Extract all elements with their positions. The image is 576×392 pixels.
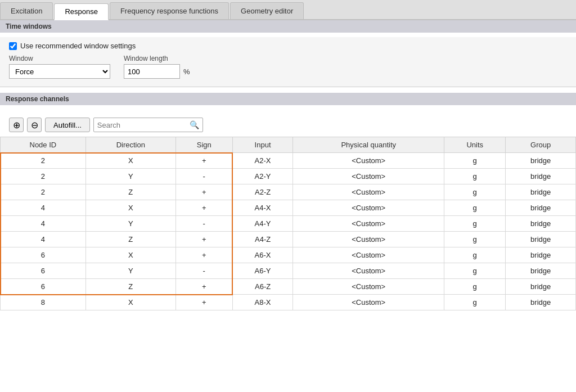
recommended-settings-checkbox[interactable] bbox=[9, 42, 17, 50]
add-channel-button[interactable]: ⊕ bbox=[9, 118, 24, 132]
search-box: 🔍 bbox=[93, 118, 203, 132]
cell-sign: + bbox=[176, 184, 232, 200]
cell-units: g bbox=[444, 200, 506, 216]
cell-group: bridge bbox=[506, 169, 576, 184]
response-channels-section: ⊕ ⊖ Autofill... 🔍 Node ID Direction bbox=[0, 110, 576, 310]
cell-sign: + bbox=[176, 279, 232, 295]
cell-group: bridge bbox=[506, 279, 576, 295]
table-row[interactable]: 4X+A4-X<Custom>gbridge bbox=[1, 200, 576, 216]
cell-input: A6-Y bbox=[232, 263, 293, 279]
cell-physical-quantity: <Custom> bbox=[293, 153, 444, 169]
cell-direction: X bbox=[86, 247, 176, 263]
tab-excitation[interactable]: Excitation bbox=[0, 2, 53, 19]
cell-node-id: 4 bbox=[1, 216, 86, 232]
window-row: Window Force ForceExponentialFlat topHan… bbox=[9, 55, 567, 79]
recommended-settings-row: Use recommended window settings bbox=[9, 42, 567, 50]
table-header-row: Node ID Direction Sign Input Physical qu… bbox=[1, 137, 576, 153]
table-body: 2X+A2-X<Custom>gbridge2Y-A2-Y<Custom>gbr… bbox=[1, 153, 576, 310]
window-col: Window Force ForceExponentialFlat topHan… bbox=[9, 55, 110, 79]
search-input[interactable] bbox=[97, 121, 187, 129]
table-row[interactable]: 2X+A2-X<Custom>gbridge bbox=[1, 153, 576, 169]
cell-units: g bbox=[444, 169, 506, 184]
cell-group: bridge bbox=[506, 184, 576, 200]
cell-group: bridge bbox=[506, 263, 576, 279]
cell-units: g bbox=[444, 184, 506, 200]
cell-node-id: 4 bbox=[1, 232, 86, 247]
search-icon: 🔍 bbox=[190, 120, 199, 129]
cell-sign: + bbox=[176, 200, 232, 216]
add-icon: ⊕ bbox=[13, 120, 20, 130]
tab-geometry[interactable]: Geometry editor bbox=[230, 2, 304, 19]
table-row[interactable]: 2Z+A2-Z<Custom>gbridge bbox=[1, 184, 576, 200]
table-row[interactable]: 4Z+A4-Z<Custom>gbridge bbox=[1, 232, 576, 247]
cell-units: g bbox=[444, 263, 506, 279]
cell-node-id: 2 bbox=[1, 169, 86, 184]
cell-physical-quantity: <Custom> bbox=[293, 295, 444, 310]
cell-group: bridge bbox=[506, 247, 576, 263]
time-windows-section: Use recommended window settings Window F… bbox=[0, 37, 576, 87]
cell-physical-quantity: <Custom> bbox=[293, 263, 444, 279]
autofill-button[interactable]: Autofill... bbox=[45, 118, 90, 132]
cell-physical-quantity: <Custom> bbox=[293, 169, 444, 184]
col-sign: Sign bbox=[176, 137, 232, 153]
cell-physical-quantity: <Custom> bbox=[293, 184, 444, 200]
cell-sign: + bbox=[176, 153, 232, 169]
cell-sign: - bbox=[176, 169, 232, 184]
cell-units: g bbox=[444, 295, 506, 310]
cell-sign: + bbox=[176, 232, 232, 247]
cell-sign: - bbox=[176, 216, 232, 232]
tab-response[interactable]: Response bbox=[54, 3, 109, 20]
channels-table: Node ID Direction Sign Input Physical qu… bbox=[0, 137, 576, 310]
cell-group: bridge bbox=[506, 153, 576, 169]
cell-group: bridge bbox=[506, 200, 576, 216]
cell-physical-quantity: <Custom> bbox=[293, 247, 444, 263]
window-select[interactable]: Force ForceExponentialFlat topHanning bbox=[9, 64, 110, 79]
cell-input: A4-Y bbox=[232, 216, 293, 232]
cell-direction: Y bbox=[86, 216, 176, 232]
cell-sign: - bbox=[176, 263, 232, 279]
col-physical-quantity: Physical quantity bbox=[293, 137, 444, 153]
tab-frf[interactable]: Frequency response functions bbox=[110, 2, 229, 19]
cell-node-id: 2 bbox=[1, 184, 86, 200]
table-row[interactable]: 6X+A6-X<Custom>gbridge bbox=[1, 247, 576, 263]
table-row[interactable]: 6Z+A6-Z<Custom>gbridge bbox=[1, 279, 576, 295]
cell-direction: Y bbox=[86, 263, 176, 279]
window-length-row: % bbox=[124, 64, 190, 79]
cell-physical-quantity: <Custom> bbox=[293, 279, 444, 295]
table-row[interactable]: 6Y-A6-Y<Custom>gbridge bbox=[1, 263, 576, 279]
cell-direction: X bbox=[86, 200, 176, 216]
cell-physical-quantity: <Custom> bbox=[293, 232, 444, 247]
cell-input: A2-X bbox=[232, 153, 293, 169]
cell-group: bridge bbox=[506, 232, 576, 247]
cell-direction: X bbox=[86, 295, 176, 310]
response-channels-header: Response channels bbox=[0, 93, 576, 105]
col-node-id: Node ID bbox=[1, 137, 86, 153]
cell-direction: X bbox=[86, 153, 176, 169]
cell-group: bridge bbox=[506, 216, 576, 232]
cell-sign: + bbox=[176, 247, 232, 263]
cell-node-id: 2 bbox=[1, 153, 86, 169]
remove-icon: ⊖ bbox=[31, 120, 38, 130]
toolbar-row: ⊕ ⊖ Autofill... 🔍 bbox=[0, 114, 576, 137]
table-row[interactable]: 4Y-A4-Y<Custom>gbridge bbox=[1, 216, 576, 232]
cell-direction: Y bbox=[86, 169, 176, 184]
cell-node-id: 6 bbox=[1, 279, 86, 295]
cell-input: A6-Z bbox=[232, 279, 293, 295]
col-group: Group bbox=[506, 137, 576, 153]
window-length-input[interactable] bbox=[124, 64, 180, 79]
cell-input: A8-X bbox=[232, 295, 293, 310]
col-direction: Direction bbox=[86, 137, 176, 153]
cell-node-id: 6 bbox=[1, 263, 86, 279]
cell-physical-quantity: <Custom> bbox=[293, 200, 444, 216]
window-length-label: Window length bbox=[124, 55, 190, 62]
remove-channel-button[interactable]: ⊖ bbox=[27, 118, 42, 132]
cell-sign: + bbox=[176, 295, 232, 310]
table-row[interactable]: 8X+A8-X<Custom>gbridge bbox=[1, 295, 576, 310]
table-row[interactable]: 2Y-A2-Y<Custom>gbridge bbox=[1, 169, 576, 184]
cell-units: g bbox=[444, 247, 506, 263]
cell-units: g bbox=[444, 279, 506, 295]
cell-physical-quantity: <Custom> bbox=[293, 216, 444, 232]
time-windows-header: Time windows bbox=[0, 20, 576, 33]
window-label: Window bbox=[9, 55, 110, 62]
cell-node-id: 4 bbox=[1, 200, 86, 216]
